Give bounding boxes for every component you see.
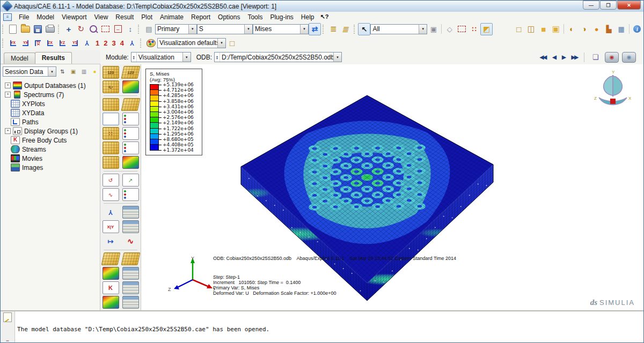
color-dialog-button[interactable]: □ — [226, 37, 238, 49]
tree-item-xyplots[interactable]: XYPlots — [3, 99, 100, 108]
expand-icon[interactable]: + — [5, 92, 11, 98]
rotate-view-button[interactable]: ↻ — [75, 23, 87, 35]
plot-contours-on-path-button[interactable] — [103, 267, 119, 280]
view-triad-tool-button[interactable]: Y — [103, 206, 119, 219]
sync-field-output-button[interactable]: ⇄ — [309, 23, 321, 35]
tree-options-lightbulb-button[interactable]: ● — [90, 68, 99, 76]
toolbar-grip[interactable] — [140, 39, 143, 48]
create-stream-sheet-button[interactable] — [101, 252, 120, 265]
free-body-cut-manager-button[interactable] — [122, 281, 139, 294]
path-options-button[interactable] — [122, 267, 139, 280]
view-iso-button[interactable]: Y — [81, 37, 93, 49]
field-output-variable-combo[interactable]: S ▼ — [197, 24, 253, 34]
menu-tools[interactable]: Tools — [244, 12, 266, 22]
color-mapping-combo[interactable]: Visualization defaults ▼ — [157, 38, 226, 48]
cycle-views-button[interactable]: ↕ — [124, 23, 136, 35]
menu-plugins[interactable]: Plug-ins — [266, 12, 297, 22]
auto-fit-button[interactable]: ↔ — [112, 23, 124, 35]
xy-plot-button[interactable]: ∿ — [122, 235, 139, 248]
frame-selector-button[interactable]: ≣ — [327, 23, 340, 35]
odb-combo[interactable]: ▲▼ D:/Temp/Cobiax250x250x25S2B50.odb ▼ — [214, 52, 342, 62]
stream-sheet-options-button[interactable] — [121, 252, 140, 265]
tree-item-streams[interactable]: Streams — [3, 145, 100, 154]
tree-create-button[interactable]: ▣ — [69, 68, 78, 76]
zoom-on-object-button[interactable]: ◩ — [480, 23, 493, 35]
view-front-button[interactable]: YX — [7, 37, 19, 49]
animate-time-history-button[interactable]: ↺ — [103, 174, 119, 187]
tab-model[interactable]: Model — [4, 53, 35, 64]
first-frame-button[interactable]: ◀◀ — [538, 53, 547, 61]
user-view-2-button[interactable]: 2 — [101, 39, 109, 47]
viewport-annotation-options-button[interactable] — [122, 206, 139, 219]
visible-objects-button[interactable]: ◇ — [443, 23, 456, 35]
magnify-view-button[interactable] — [87, 23, 99, 35]
tree-item-images[interactable]: Images — [3, 163, 100, 172]
snapshot-camera-button[interactable]: ◉ — [622, 52, 636, 63]
selection-groups-button[interactable]: ▣ — [427, 23, 440, 35]
chevron-down-icon[interactable]: ▼ — [300, 25, 308, 34]
toolbar-grip[interactable] — [58, 25, 61, 34]
chevron-down-icon[interactable]: ▼ — [182, 53, 191, 62]
menu-plot[interactable]: Plot — [137, 12, 156, 22]
render-shaded-button[interactable]: ■ — [537, 23, 550, 35]
user-view-3-button[interactable]: 3 — [109, 39, 118, 47]
plot-state-stack-button[interactable] — [122, 80, 139, 93]
xy-options-button[interactable] — [122, 220, 139, 233]
tree-item-free-body-cuts[interactable]: K Free Body Cuts — [3, 136, 100, 145]
replace-displayed-button[interactable]: ◐ — [566, 23, 578, 35]
zoom-rectangle-button[interactable] — [456, 23, 468, 35]
link-viewports-button[interactable]: ❏ — [589, 51, 602, 63]
render-wireframe-button[interactable]: □ — [513, 23, 525, 35]
chevron-down-icon[interactable]: ▼ — [188, 25, 196, 34]
display-group-dialog-button[interactable]: ▦ — [615, 23, 627, 35]
edit-points-button[interactable]: ∷ — [468, 23, 480, 35]
overlay-options-button[interactable] — [122, 156, 139, 169]
selection-filter-combo[interactable]: All ▼ — [370, 24, 427, 34]
menu-model[interactable]: Model — [33, 12, 58, 22]
next-frame-button[interactable]: ▶ — [560, 53, 567, 61]
custom-views-button[interactable]: Y — [126, 37, 138, 49]
message-log[interactable]: The model database "D:\Temp\Cobiax250x25… — [15, 311, 643, 342]
previous-frame-button[interactable]: ◀ — [551, 53, 557, 61]
tree-link-button[interactable]: ▥ — [79, 68, 89, 76]
plot-symbols-button[interactable]: ∷ — [103, 127, 119, 140]
tree-item-output-databases[interactable]: + Output Databases (1) — [3, 81, 100, 90]
contour-options-button[interactable] — [122, 113, 139, 125]
plot-undeformed-labels-button[interactable]: 123 — [103, 66, 119, 79]
last-frame-button[interactable]: ▶▶ — [570, 53, 579, 61]
menu-viewport[interactable]: Viewport — [58, 12, 90, 22]
view-bottom-button[interactable]: ZX — [44, 37, 56, 49]
tree-cycle-button[interactable]: ⇅ — [58, 68, 67, 76]
menu-view[interactable]: View — [91, 12, 112, 22]
close-button[interactable]: ✕ — [617, 1, 641, 10]
plot-deformed-labels-button[interactable]: 123 — [121, 66, 140, 79]
display-group-ellipse-button[interactable]: ● — [590, 23, 603, 35]
stream-options-button[interactable] — [103, 296, 119, 309]
context-help-icon[interactable]: ↖? — [320, 13, 329, 20]
view-back-button[interactable]: XY — [19, 37, 32, 49]
free-body-cut-button[interactable]: K — [103, 281, 119, 294]
animate-harmonic-button[interactable]: ∿ — [103, 188, 119, 201]
menu-animate[interactable]: Animate — [156, 12, 187, 22]
animation-options-button[interactable] — [122, 188, 139, 201]
color-mappings-button[interactable] — [145, 37, 157, 49]
view-left-button[interactable]: YZ — [56, 37, 69, 49]
spinner-icon[interactable]: ▲▼ — [131, 53, 137, 62]
spinner-icon[interactable]: ▲▼ — [215, 53, 220, 62]
chevron-down-icon[interactable]: ▼ — [244, 25, 252, 34]
message-log-icon[interactable] — [3, 312, 12, 322]
session-data-combo[interactable]: Session Data ▼ — [3, 66, 56, 77]
common-plot-options-button[interactable]: ›L‹ — [103, 80, 119, 93]
render-hidden-line-button[interactable]: ◫ — [525, 23, 537, 35]
user-view-1-button[interactable]: 1 — [93, 39, 101, 47]
menu-file[interactable]: File — [15, 12, 33, 22]
create-xy-data-button[interactable]: X|Y — [103, 220, 119, 233]
plot-undeformed-shape-button[interactable] — [103, 98, 119, 111]
open-file-button[interactable] — [19, 23, 32, 35]
save-button[interactable] — [32, 23, 44, 35]
view-compass[interactable]: Y Z X — [594, 69, 632, 109]
chevron-down-icon[interactable]: ▼ — [333, 53, 341, 62]
tree-item-spectrums[interactable]: + Spectrums (7) — [3, 90, 100, 99]
toolbar-grip[interactable] — [2, 39, 5, 48]
stream-manager-button[interactable] — [122, 296, 139, 309]
